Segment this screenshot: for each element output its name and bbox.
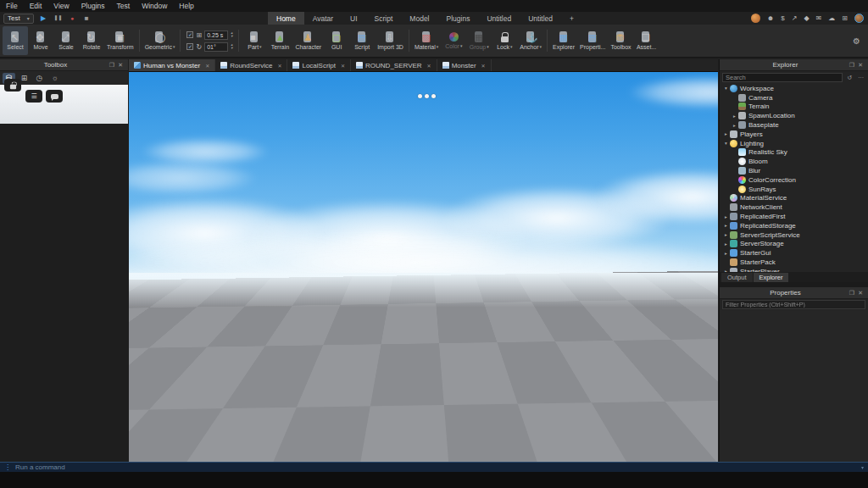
close-icon[interactable]: ✕ (856, 290, 865, 297)
chat-overlay-button[interactable] (46, 90, 63, 103)
menubar-item-window[interactable]: Window (136, 2, 173, 10)
material-button[interactable]: ▨ Material▾ (412, 26, 441, 55)
close-icon[interactable]: ✕ (856, 62, 865, 69)
chevron-down-icon[interactable]: ▾ (861, 464, 864, 470)
group-button[interactable]: ▦ Group▾ (466, 26, 492, 55)
notifications-icon[interactable]: ✉ (816, 14, 822, 22)
terrain-button[interactable]: ▲ Terrain (267, 26, 292, 55)
tree-item-players[interactable]: ▸Players (720, 130, 868, 139)
color-button[interactable]: Color▾ (441, 26, 466, 55)
expand-arrow-icon[interactable]: ▸ (723, 232, 729, 237)
doc-tab-place[interactable]: Human vs Monster ✕ (129, 59, 215, 71)
menubar-item-edit[interactable]: Edit (24, 2, 48, 10)
tree-item-colorcorrection[interactable]: ColorCorrection (720, 175, 868, 185)
snap-rotate-value[interactable]: 01° (204, 42, 228, 52)
close-icon[interactable]: ✕ (341, 63, 345, 69)
doc-tab-monster[interactable]: Monster ✕ (437, 59, 492, 71)
tree-item-serverstorage[interactable]: ▸ServerStorage (720, 240, 868, 249)
script-button[interactable]: ▤ Script (349, 26, 375, 55)
geometric-mode-button[interactable]: ◯ Geometric▾ (142, 26, 178, 55)
tree-item-realistic-sky[interactable]: Realistic Sky (720, 148, 868, 158)
3d-viewport[interactable] (129, 72, 718, 462)
down-arrow-icon[interactable]: ▾ (231, 35, 232, 38)
profile-avatar[interactable] (854, 14, 864, 23)
tree-item-spawnlocation[interactable]: ▸SpawnLocation (720, 111, 868, 120)
reset-search-icon[interactable]: ↺ (845, 75, 854, 81)
tree-item-camera[interactable]: Camera (720, 93, 868, 103)
ribbon-tab-untitled-1[interactable]: Untitled (478, 12, 520, 25)
record-button[interactable]: ● (68, 13, 77, 24)
ribbon-tab-untitled-2[interactable]: Untitled (520, 12, 561, 25)
lock-overlay-button[interactable] (4, 79, 21, 92)
add-friend-icon[interactable]: ☻ (767, 14, 774, 22)
share-icon[interactable]: ↗ (792, 14, 798, 22)
tree-item-baseplate[interactable]: ▸Baseplate (720, 120, 868, 130)
menubar-item-help[interactable]: Help (173, 2, 199, 10)
transform-tool-button[interactable]: ▣ Transform (104, 26, 136, 55)
premium-icon[interactable]: ◆ (804, 14, 809, 22)
move-tool-button[interactable]: ✥ Move (28, 26, 53, 55)
expand-arrow-icon[interactable]: ▸ (723, 223, 729, 228)
ribbon-tab-plugins[interactable]: Plugins (438, 12, 479, 25)
menubar-item-plugins[interactable]: Plugins (75, 2, 111, 10)
cloud-icon[interactable]: ☁ (828, 14, 835, 22)
ribbon-tab-home[interactable]: Home (268, 12, 304, 25)
character-button[interactable]: ♟ Character (292, 26, 324, 55)
properties-filter-input[interactable] (722, 300, 865, 309)
more-options-icon[interactable]: ⋯ (856, 75, 865, 81)
expand-arrow-icon[interactable]: ▸ (732, 114, 737, 119)
snap-move-value[interactable]: 0.25 s (204, 30, 228, 40)
tree-item-networkclient[interactable]: NetworkClient (720, 202, 868, 212)
expand-arrow-icon[interactable]: ▸ (723, 131, 729, 136)
test-mode-dropdown[interactable]: Test ▾ (3, 14, 34, 24)
ribbon-tab-ui[interactable]: UI (342, 12, 366, 25)
expand-arrow-icon[interactable]: ▸ (723, 214, 729, 219)
tree-item-workspace[interactable]: ▾Workspace (720, 84, 868, 93)
close-icon[interactable]: ✕ (205, 63, 209, 69)
ribbon-tab-avatar[interactable]: Avatar (304, 12, 342, 25)
import-3d-button[interactable]: ⇩ Import 3D (375, 26, 406, 55)
close-icon[interactable]: ✕ (116, 62, 125, 69)
currency-icon[interactable]: $ (781, 14, 784, 22)
lock-button[interactable]: Lock▾ (492, 26, 517, 55)
tree-item-replicatedfirst[interactable]: ▸ReplicatedFirst (720, 212, 868, 221)
ribbon-settings-gear-icon[interactable]: ⚙ (853, 36, 865, 46)
tree-item-serverscriptservice[interactable]: ▸ServerScriptService (720, 230, 868, 240)
close-icon[interactable]: ✕ (427, 63, 431, 69)
anchor-button[interactable]: ⚓ Anchor▾ (517, 26, 544, 55)
scale-tool-button[interactable]: ⤢ Scale (53, 26, 79, 55)
doc-tab-roundservice[interactable]: RoundService ✕ (215, 59, 287, 71)
snap-rotate-checkbox[interactable]: ✓ (186, 43, 193, 50)
tree-item-terrain[interactable]: Terrain (720, 103, 868, 112)
menubar-item-view[interactable]: View (47, 2, 75, 10)
snap-move-checkbox[interactable]: ✓ (186, 31, 193, 38)
select-tool-button[interactable]: ↖ Select (3, 26, 28, 55)
snap-move-stepper[interactable]: ▴▾ (231, 31, 232, 38)
part-button[interactable]: ■ Part▾ (242, 26, 267, 55)
asset-manager-button[interactable]: ❏ Asset... (634, 26, 659, 55)
doc-tab-round-server[interactable]: ROUND_SERVER ✕ (351, 59, 437, 71)
ribbon-tab-script[interactable]: Script (366, 12, 402, 25)
stop-button[interactable]: ■ (82, 13, 92, 24)
expand-arrow-icon[interactable]: ▸ (732, 123, 737, 128)
close-icon[interactable]: ✕ (481, 63, 486, 69)
float-panel-icon[interactable]: ❐ (848, 62, 856, 69)
float-panel-icon[interactable]: ❐ (108, 62, 116, 69)
tree-item-materialservice[interactable]: MaterialService (720, 194, 868, 203)
ribbon-tab-model[interactable]: Model (401, 12, 437, 25)
apps-icon[interactable]: ⊞ (842, 14, 848, 22)
menu-overlay-button[interactable]: ☰ (25, 90, 42, 103)
properties-window-button[interactable]: ▤ Properti... (577, 26, 608, 55)
menubar-item-file[interactable]: File (0, 2, 24, 10)
snap-rotate-stepper[interactable]: ▴▾ (231, 43, 232, 50)
explorer-tab[interactable]: Explorer (754, 273, 789, 282)
float-panel-icon[interactable]: ❐ (848, 290, 856, 297)
tree-item-lighting[interactable]: ▾Lighting (720, 139, 868, 148)
recent-clock-icon[interactable]: ◷ (33, 73, 46, 84)
expand-arrow-icon[interactable]: ▸ (723, 251, 729, 256)
rotate-tool-button[interactable]: ↻ Rotate (79, 26, 104, 55)
explorer-search-input[interactable] (722, 73, 843, 82)
play-button[interactable]: ▶ (39, 13, 48, 24)
tree-item-startergui[interactable]: ▸StarterGui (720, 248, 868, 258)
output-tab[interactable]: Output (721, 273, 753, 282)
